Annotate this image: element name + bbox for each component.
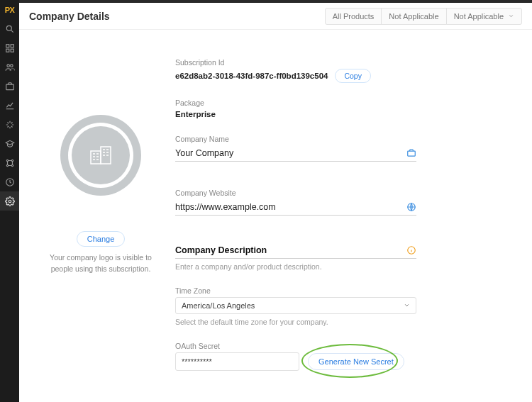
- logo-column: Change Your company logo is visible to p…: [40, 58, 161, 388]
- svg-rect-8: [6, 84, 13, 90]
- field-subscription-id: Subscription Id e62d8ab2-3018-43fd-987c-…: [175, 58, 416, 83]
- svg-rect-15: [91, 151, 101, 164]
- website-input[interactable]: [175, 199, 416, 215]
- company-name-label: Company Name: [175, 135, 416, 143]
- dashboard-icon[interactable]: [0, 38, 19, 57]
- website-label: Company Website: [175, 189, 416, 197]
- globe-icon: [406, 202, 416, 212]
- briefcase-field-icon: [406, 148, 416, 158]
- package-label: Package: [175, 99, 416, 107]
- oauth-secret-value: **********: [175, 352, 299, 371]
- timezone-select[interactable]: America/Los Angeles: [175, 297, 416, 314]
- svg-rect-5: [11, 49, 13, 52]
- tab-na-1[interactable]: Not Applicable: [381, 8, 446, 25]
- settings-icon[interactable]: [0, 191, 19, 211]
- svg-point-7: [10, 64, 12, 67]
- oauth-label: OAuth Secret: [175, 342, 416, 350]
- svg-rect-16: [101, 147, 111, 164]
- chevron-down-icon: [404, 301, 410, 310]
- subscription-value: e62d8ab2-3018-43fd-987c-ff0bd139c504: [175, 72, 328, 80]
- svg-point-9: [6, 160, 8, 161]
- svg-point-6: [6, 64, 9, 67]
- company-logo-placeholder: [60, 115, 141, 196]
- page-title: Company Details: [29, 11, 326, 22]
- svg-rect-29: [408, 151, 416, 156]
- content: Change Your company logo is visible to p…: [19, 30, 532, 402]
- chevron-down-icon: [508, 12, 514, 21]
- search-icon[interactable]: [0, 19, 19, 38]
- filter-tabs: All Products Not Applicable Not Applicab…: [326, 8, 522, 25]
- field-oauth-secret: OAuth Secret ********** Generate New Sec…: [175, 342, 416, 371]
- form-column: Subscription Id e62d8ab2-3018-43fd-987c-…: [175, 58, 416, 388]
- field-package: Package Enterprise: [175, 99, 416, 119]
- copy-button[interactable]: Copy: [335, 69, 371, 83]
- briefcase-icon[interactable]: [0, 77, 19, 96]
- graduation-icon[interactable]: [0, 134, 19, 153]
- tab-na-2-label: Not Applicable: [454, 12, 504, 21]
- main: Company Details All Products Not Applica…: [19, 0, 532, 402]
- timezone-label: Time Zone: [175, 286, 416, 295]
- building-icon: [89, 145, 112, 165]
- description-input[interactable]: [175, 242, 416, 258]
- field-company-description: Enter a company and/or product descripti…: [175, 242, 416, 271]
- subscription-label: Subscription Id: [175, 58, 416, 67]
- svg-point-14: [9, 200, 11, 203]
- clock-icon[interactable]: [0, 172, 19, 191]
- logo-caption: Your company logo is visible to people u…: [40, 252, 161, 275]
- tab-na-2[interactable]: Not Applicable: [446, 8, 522, 25]
- svg-point-0: [6, 26, 11, 30]
- field-company-website: Company Website: [175, 189, 416, 216]
- description-help: Enter a company and/or product descripti…: [175, 262, 416, 271]
- svg-rect-2: [6, 44, 9, 47]
- brand-logo: PX: [0, 0, 19, 19]
- field-company-name: Company Name: [175, 135, 416, 162]
- info-icon: [406, 245, 416, 255]
- generate-secret-button[interactable]: Generate New Secret: [308, 353, 404, 370]
- svg-rect-3: [11, 44, 13, 47]
- package-value: Enterprise: [175, 110, 216, 118]
- timezone-help: Select the default time zone for your co…: [175, 318, 416, 326]
- company-name-input[interactable]: [175, 145, 416, 161]
- field-timezone: Time Zone America/Los Angeles Select the…: [175, 286, 416, 326]
- sparkle-icon[interactable]: [0, 115, 19, 134]
- svg-point-10: [11, 160, 13, 161]
- svg-point-11: [6, 164, 8, 166]
- svg-rect-4: [6, 49, 9, 52]
- sidebar: PX: [0, 0, 19, 402]
- timezone-value: America/Los Angeles: [182, 301, 255, 310]
- header: Company Details All Products Not Applica…: [19, 3, 532, 30]
- hierarchy-icon[interactable]: [0, 153, 19, 172]
- chart-icon[interactable]: [0, 96, 19, 115]
- tab-all-products[interactable]: All Products: [325, 8, 382, 25]
- change-logo-button[interactable]: Change: [77, 231, 126, 247]
- svg-line-1: [11, 30, 13, 32]
- svg-point-12: [11, 164, 13, 166]
- users-icon[interactable]: [0, 57, 19, 77]
